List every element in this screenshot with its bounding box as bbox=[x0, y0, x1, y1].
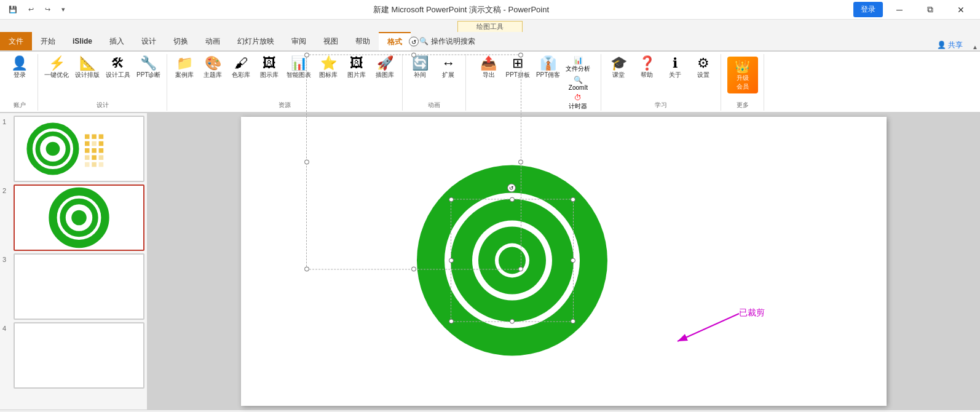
resources-group-content: 📁 案例库 🎨 主题库 🖌 色彩库 🖼 图示库 📊 智能图表 bbox=[171, 55, 398, 98]
tools-icon: 🛠 bbox=[111, 57, 125, 70]
file-analysis-icon: 📊 bbox=[574, 56, 583, 65]
icon-gallery-item[interactable]: 🖼 图示库 bbox=[256, 55, 283, 80]
icon-library-item[interactable]: ⭐ 图标库 bbox=[315, 55, 342, 80]
about-item[interactable]: ℹ 关于 bbox=[662, 55, 689, 80]
tab-view[interactable]: 视图 bbox=[315, 32, 347, 50]
gallery-icon: 🖼 bbox=[263, 57, 276, 70]
slide-thumb-1[interactable]: 1 bbox=[2, 116, 144, 182]
slide-image-3[interactable] bbox=[14, 253, 144, 320]
timer-icon: ⏱ bbox=[574, 93, 582, 102]
tab-help[interactable]: 帮助 bbox=[347, 32, 379, 50]
crown-icon: 👑 bbox=[735, 59, 750, 74]
tab-search[interactable]: 🔍操作说明搜索 bbox=[411, 32, 484, 50]
tab-review[interactable]: 审阅 bbox=[283, 32, 315, 50]
slide-num-4: 4 bbox=[2, 322, 11, 332]
design-layout-item[interactable]: 📐 设计排版 bbox=[73, 55, 102, 80]
annotation-text: 已裁剪 bbox=[739, 307, 765, 319]
customize-icon[interactable]: ▾ bbox=[58, 4, 69, 15]
supplement-item[interactable]: 🔄 补间 bbox=[406, 55, 433, 80]
tab-format[interactable]: 格式 bbox=[379, 32, 411, 50]
ppt-servant-item[interactable]: 👔 PPT佣客 bbox=[534, 55, 563, 80]
smart-chart-item[interactable]: 📊 智能图表 bbox=[284, 55, 314, 80]
ribbon: 👤 登录 账户 ⚡ 一键优化 📐 设计排版 🛠 设计工具 bbox=[0, 52, 980, 113]
insert-chart-icon: 🚀 bbox=[377, 57, 393, 70]
svg-rect-11 bbox=[99, 148, 104, 153]
upgrade-btn[interactable]: 👑 升级 会员 bbox=[727, 57, 758, 93]
login-item[interactable]: 👤 登录 bbox=[6, 55, 33, 80]
zoomit-item[interactable]: 🔍 ZoomIt bbox=[564, 75, 592, 92]
design-group-content: ⚡ 一键优化 📐 设计排版 🛠 设计工具 🔧 PPT诊断 bbox=[42, 55, 163, 98]
handle-bl[interactable] bbox=[304, 267, 309, 272]
more-group-label: 更多 bbox=[725, 100, 760, 109]
design-group-label: 设计 bbox=[42, 100, 163, 109]
svg-rect-6 bbox=[85, 141, 90, 146]
minimize-button[interactable]: ─ bbox=[885, 0, 914, 20]
bullseye-group[interactable]: ↺ bbox=[414, 162, 611, 361]
slide-image-4[interactable] bbox=[14, 322, 144, 389]
slide-thumb-3[interactable]: 3 bbox=[2, 253, 144, 320]
tab-insert[interactable]: 插入 bbox=[101, 32, 133, 50]
account-group-content: 👤 登录 bbox=[6, 55, 33, 98]
ribbon-group-account: 👤 登录 账户 bbox=[1, 54, 38, 111]
slide-thumb-4[interactable]: 4 bbox=[2, 322, 144, 389]
pic-library-item[interactable]: 🖼 图片库 bbox=[343, 55, 370, 80]
pic-icon: 🖼 bbox=[350, 57, 363, 70]
diagnose-icon: 🔧 bbox=[140, 57, 157, 70]
ribbon-group-design: ⚡ 一键优化 📐 设计排版 🛠 设计工具 🔧 PPT诊断 设计 bbox=[38, 54, 167, 111]
tab-animations[interactable]: 动画 bbox=[197, 32, 229, 50]
slide-thumb-2[interactable]: 2 bbox=[2, 184, 144, 251]
login-button[interactable]: 登录 bbox=[853, 2, 883, 17]
slide-image-1[interactable] bbox=[14, 116, 144, 182]
color-library-item[interactable]: 🖌 色彩库 bbox=[227, 55, 255, 80]
tab-islide[interactable]: iSlide bbox=[64, 32, 101, 50]
settings-icon: ⚙ bbox=[697, 57, 709, 70]
theme-library-item[interactable]: 🎨 主题库 bbox=[199, 55, 226, 80]
tab-design[interactable]: 设计 bbox=[133, 32, 165, 50]
design-tools-item[interactable]: 🛠 设计工具 bbox=[103, 55, 133, 80]
svg-rect-5 bbox=[99, 134, 104, 139]
expand-icon: ↔ bbox=[441, 57, 455, 70]
insert-chart-item[interactable]: 🚀 插图库 bbox=[371, 55, 398, 80]
ppt-diagnose-item[interactable]: 🔧 PPT诊断 bbox=[134, 55, 163, 80]
ribbon-group-resources: 📁 案例库 🎨 主题库 🖌 色彩库 🖼 图示库 📊 智能图表 bbox=[167, 54, 403, 111]
main-area: 1 bbox=[0, 113, 980, 410]
settings-item[interactable]: ⚙ 设置 bbox=[690, 55, 717, 80]
slide-canvas[interactable]: ↺ bbox=[241, 117, 887, 406]
tab-home[interactable]: 开始 bbox=[32, 32, 64, 50]
svg-rect-12 bbox=[85, 155, 90, 160]
ppt-merge-item[interactable]: ⊞ PPT拼板 bbox=[504, 55, 532, 80]
file-analysis-item[interactable]: 📊 文件分析 bbox=[564, 55, 592, 74]
svg-point-27 bbox=[499, 247, 526, 274]
expand-item[interactable]: ↔ 扩展 bbox=[435, 55, 462, 80]
handle-ml[interactable] bbox=[304, 160, 309, 165]
save-icon[interactable]: 💾 bbox=[5, 4, 21, 15]
layout-icon: 📐 bbox=[79, 57, 96, 70]
classroom-item[interactable]: 🎓 课堂 bbox=[605, 55, 632, 80]
svg-rect-14 bbox=[99, 155, 104, 160]
main-bullseye-svg bbox=[414, 162, 611, 359]
share-button[interactable]: 👤 共享 bbox=[930, 40, 970, 50]
titlebar: 💾 ↩ ↪ ▾ 新建 Microsoft PowerPoint 演示文稿 - P… bbox=[0, 0, 980, 20]
export-item[interactable]: 📤 导出 bbox=[475, 55, 502, 80]
case-library-item[interactable]: 📁 案例库 bbox=[171, 55, 198, 80]
redo-icon[interactable]: ↪ bbox=[41, 4, 54, 15]
timer-item[interactable]: ⏱ 计时器 bbox=[564, 93, 592, 111]
undo-icon[interactable]: ↩ bbox=[25, 4, 38, 15]
slide-image-2[interactable] bbox=[14, 184, 144, 251]
tab-slideshow[interactable]: 幻灯片放映 bbox=[229, 32, 283, 50]
canvas-area[interactable]: ↺ bbox=[148, 113, 980, 410]
restore-button[interactable]: ⧉ bbox=[916, 0, 944, 20]
tab-transitions[interactable]: 切换 bbox=[165, 32, 197, 50]
export-icon: 📤 bbox=[480, 57, 497, 70]
one-click-optimize-item[interactable]: ⚡ 一键优化 bbox=[42, 55, 71, 80]
drawing-tools-tab[interactable]: 绘图工具 bbox=[457, 21, 523, 32]
close-button[interactable]: ✕ bbox=[947, 0, 975, 20]
collapse-ribbon-button[interactable]: ▲ bbox=[970, 44, 980, 50]
slide-panel: 1 bbox=[0, 113, 148, 410]
about-icon: ℹ bbox=[673, 57, 678, 70]
help-item[interactable]: ❓ 帮助 bbox=[633, 55, 660, 80]
timer-label: 计时器 bbox=[569, 102, 587, 111]
svg-rect-3 bbox=[85, 134, 90, 139]
ribbon-group-animation: 🔄 补间 ↔ 扩展 动画 bbox=[403, 54, 466, 111]
tab-file[interactable]: 文件 bbox=[0, 32, 32, 50]
